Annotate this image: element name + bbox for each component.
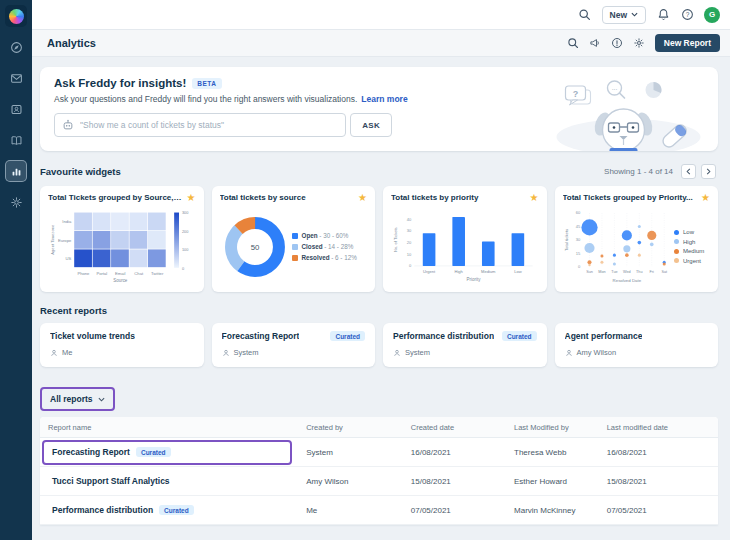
last-modified-date: 16/08/2021 (607, 448, 710, 457)
widget-title: Total Tickets grouped by Source, A... (48, 193, 183, 202)
freshworks-logo-icon[interactable] (5, 5, 27, 27)
annotation-box-all-reports: All reports (40, 387, 115, 411)
freddy-description: Ask your questions and Freddy will find … (54, 94, 357, 104)
report-title: Performance distribution (393, 331, 494, 341)
bar-chart-icon (10, 165, 23, 178)
legend-item: Resolved - 6 - 12% (292, 254, 357, 261)
favourite-star-icon[interactable]: ★ (701, 193, 710, 203)
favourite-star-icon[interactable]: ★ (530, 193, 539, 203)
table-header: Report name Created by Created date Last… (40, 417, 718, 438)
favourite-widgets-title: Favourite widgets (40, 166, 121, 177)
next-page-button[interactable] (701, 164, 716, 179)
created-by: Me (306, 506, 411, 515)
last-modified-date: 07/05/2021 (607, 506, 710, 515)
feedback-megaphone-icon[interactable] (589, 37, 602, 50)
favourite-star-icon[interactable]: ★ (187, 193, 196, 203)
new-button[interactable]: New (602, 6, 646, 24)
svg-text:Thu: Thu (636, 270, 642, 274)
freddy-question-input[interactable] (80, 120, 345, 130)
svg-text:Tue: Tue (611, 270, 617, 274)
favourite-star-icon[interactable]: ★ (358, 193, 367, 203)
curated-badge: Curated (502, 331, 537, 341)
envelope-icon (10, 72, 23, 85)
content-area: Ask Freddy for insights! BETA Ask your q… (32, 57, 730, 540)
widget-card-scatter[interactable]: Total Tickets grouped by Priority... ★ S… (555, 186, 719, 292)
svg-text:Source: Source (113, 278, 128, 283)
recent-card[interactable]: Ticket volume trends Me (40, 323, 204, 367)
info-icon[interactable] (611, 37, 624, 50)
recent-card[interactable]: Agent performance Amy Wilson (555, 323, 719, 367)
settings-gear-icon[interactable] (633, 37, 646, 50)
freddy-robot-icon (62, 119, 74, 131)
donut-chart: 50Open - 30 - 60%Closed - 14 - 28%Resolv… (220, 205, 368, 288)
table-row[interactable]: Performance distributionCurated Me 07/05… (40, 496, 718, 525)
svg-text:Phone: Phone (77, 271, 90, 276)
last-modified-by: Marvin McKinney (514, 506, 607, 515)
col-report-name: Report name (48, 423, 306, 432)
recent-card[interactable]: Performance distributionCurated System (383, 323, 547, 367)
analytics-app: New ? G Analytics (0, 0, 730, 540)
page-header: Analytics New Report (32, 30, 730, 57)
sidebar-item-admin[interactable] (5, 191, 27, 213)
person-icon (393, 349, 401, 357)
report-author: System (405, 348, 430, 357)
svg-text:0: 0 (577, 264, 580, 269)
help-icon[interactable]: ? (680, 8, 694, 22)
curated-badge: Curated (330, 331, 365, 341)
svg-text:Total tickets: Total tickets (564, 229, 569, 251)
svg-text:Priority: Priority (467, 277, 482, 282)
sidebar-item-contacts[interactable] (5, 98, 27, 120)
freddy-ask-row: ASK (54, 113, 392, 137)
svg-text:India: India (62, 219, 72, 224)
sidebar-item-analytics[interactable] (5, 160, 27, 182)
search-reports-icon[interactable] (567, 37, 580, 50)
svg-text:No. of Tickets: No. of Tickets (393, 227, 398, 252)
svg-text:100: 100 (182, 247, 188, 252)
prev-page-button[interactable] (681, 164, 696, 179)
col-created-date: Created date (411, 423, 514, 432)
svg-text:50: 50 (250, 242, 259, 251)
chevron-down-icon (631, 12, 638, 17)
sidebar-item-tickets[interactable] (5, 67, 27, 89)
person-icon (565, 349, 573, 357)
report-title: Agent performance (565, 331, 643, 341)
last-modified-by: Theresa Webb (514, 448, 607, 457)
report-name: Performance distribution (52, 505, 153, 515)
widget-title: Total Tickets grouped by Priority... (563, 193, 698, 202)
report-title: Forecasting Report (222, 331, 300, 341)
svg-text:15: 15 (575, 251, 580, 256)
all-reports-dropdown[interactable]: All reports (43, 390, 112, 408)
svg-text:0: 0 (182, 266, 184, 271)
book-icon (10, 134, 23, 147)
scatter-legend: LowHighMediumUrgent (674, 229, 710, 264)
person-icon (222, 349, 230, 357)
widget-card-bar[interactable]: Total tickets by priority ★ 010203040Urg… (383, 186, 547, 292)
donut-legend: Open - 30 - 60%Closed - 14 - 28%Resolved… (292, 232, 357, 261)
sidebar-item-home[interactable] (5, 36, 27, 58)
created-date: 07/05/2021 (411, 506, 514, 515)
svg-text:Agent Timezone: Agent Timezone (50, 224, 55, 255)
global-search-icon[interactable] (578, 8, 592, 22)
svg-text:45: 45 (575, 224, 580, 229)
ask-button[interactable]: ASK (350, 113, 392, 137)
favourite-widgets-row: Total Tickets grouped by Source, A... ★ … (40, 186, 718, 292)
all-reports-label: All reports (50, 394, 93, 404)
contact-card-icon (10, 103, 23, 116)
scatter-chart: SunMonTueWedThuFriSat015304560Resolved D… (563, 205, 711, 288)
bar-chart: 010203040UrgentHighMediumLowPriorityNo. … (391, 205, 539, 288)
recent-card[interactable]: Forecasting ReportCurated System (212, 323, 376, 367)
widget-card-donut[interactable]: Total tickets by source ★ 50Open - 30 - … (212, 186, 376, 292)
table-row[interactable]: Forecasting ReportCurated System 16/08/2… (40, 438, 718, 467)
compass-icon (10, 41, 23, 54)
user-avatar[interactable]: G (704, 7, 720, 23)
learn-more-link[interactable]: Learn more (361, 94, 407, 104)
reports-table: Report name Created by Created date Last… (40, 417, 718, 525)
sidebar-item-solutions[interactable] (5, 129, 27, 151)
widget-card-heatmap[interactable]: Total Tickets grouped by Source, A... ★ … (40, 186, 204, 292)
new-report-button[interactable]: New Report (655, 34, 720, 52)
svg-text:?: ? (685, 11, 689, 18)
table-row[interactable]: Tucci Support Staff Analytics Amy Wilson… (40, 467, 718, 496)
svg-text:60: 60 (575, 210, 580, 215)
new-button-label: New (610, 10, 627, 20)
notifications-bell-icon[interactable] (656, 8, 670, 22)
